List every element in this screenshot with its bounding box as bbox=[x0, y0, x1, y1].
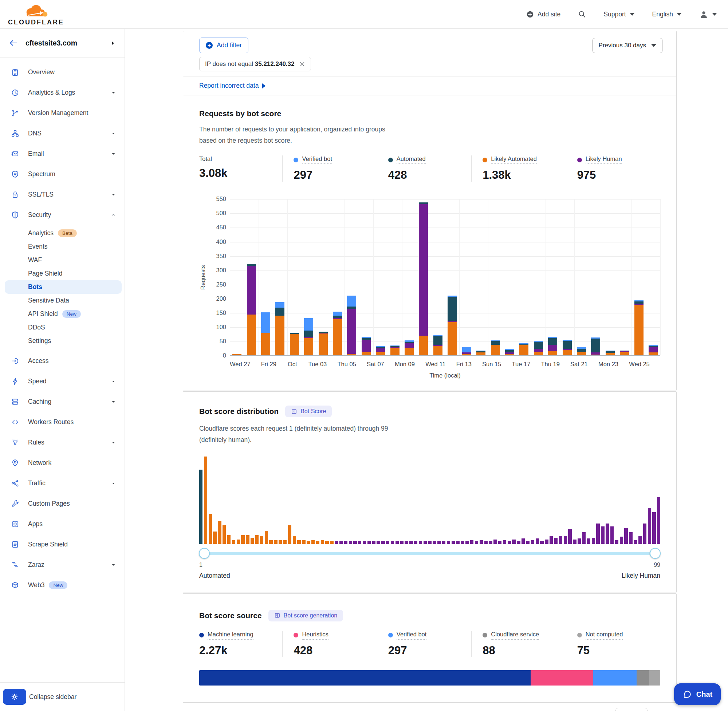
filter-chip[interactable]: IP does not equal 35.212.240.32 bbox=[199, 57, 311, 71]
stat-value: 297 bbox=[294, 168, 371, 181]
bot-score-badge[interactable]: Bot Score bbox=[285, 406, 332, 417]
requests-chart: Requests 0501001502002503003504004505005… bbox=[199, 199, 660, 356]
sidebar-item-apps[interactable]: Apps bbox=[0, 514, 124, 534]
score-bar-92 bbox=[624, 528, 628, 544]
report-incorrect-data-link[interactable]: Report incorrect data bbox=[183, 76, 676, 95]
source-stat-machine-learning: Machine learning2.27k bbox=[199, 631, 282, 657]
collapse-sidebar-button[interactable]: Collapse sidebar bbox=[29, 693, 77, 701]
sidebar-item-settings[interactable]: Settings bbox=[0, 334, 124, 348]
partial-scroll-widget[interactable] bbox=[616, 708, 648, 711]
stat-label[interactable]: Not computed bbox=[586, 631, 623, 640]
sidebar-item-ssl-tls[interactable]: SSL/TLS bbox=[0, 184, 124, 205]
section-title: Requests by bot score bbox=[199, 109, 660, 118]
sidebar-item-bots[interactable]: Bots bbox=[5, 280, 122, 294]
slider-min-value: 1 bbox=[199, 562, 202, 568]
sidebar-item-traffic[interactable]: Traffic bbox=[0, 473, 124, 493]
sidebar-item-rules[interactable]: Rules bbox=[0, 432, 124, 453]
add-filter-button[interactable]: + Add filter bbox=[199, 37, 248, 53]
slider-handle-min[interactable] bbox=[199, 548, 210, 559]
stat-label[interactable]: Machine learning bbox=[208, 631, 254, 640]
score-bar-75 bbox=[545, 540, 548, 544]
x-tick-label bbox=[619, 361, 629, 368]
stat-label[interactable]: Automated bbox=[397, 155, 426, 164]
spectrum-icon bbox=[11, 170, 19, 178]
score-bar-58 bbox=[465, 541, 469, 544]
stat-label[interactable]: Likely Automated bbox=[491, 155, 537, 164]
stat-label[interactable]: Verified bot bbox=[397, 631, 427, 640]
x-tick-label bbox=[650, 361, 660, 368]
sidebar-item-spectrum[interactable]: Spectrum bbox=[0, 164, 124, 184]
sidebar-item-scrape-shield[interactable]: Scrape Shield bbox=[0, 534, 124, 555]
sidebar-item-waf[interactable]: WAF bbox=[0, 254, 124, 267]
chat-button[interactable]: Chat bbox=[674, 683, 721, 705]
chevron-down-icon bbox=[111, 399, 116, 404]
sidebar-item-email[interactable]: Email bbox=[0, 143, 124, 164]
score-bar-47 bbox=[414, 541, 417, 544]
date-range-dropdown[interactable]: Previous 30 days bbox=[592, 38, 663, 53]
slider-handle-max[interactable] bbox=[650, 548, 661, 559]
source-segment-verified-bot bbox=[593, 670, 636, 686]
sidebar-item-speed[interactable]: Speed bbox=[0, 371, 124, 391]
x-tick-label bbox=[384, 361, 395, 368]
sidebar-item-network[interactable]: Network bbox=[0, 453, 124, 473]
sidebar-item-sensitive-data[interactable]: Sensitive Data bbox=[0, 294, 124, 307]
sidebar-item-zaraz[interactable]: Zaraz bbox=[0, 555, 124, 575]
sidebar-item-overview[interactable]: Overview bbox=[0, 62, 124, 82]
stat-label[interactable]: Heuristics bbox=[302, 631, 328, 640]
sidebar-item-page-shield[interactable]: Page Shield bbox=[0, 267, 124, 280]
requests-bar-6 bbox=[304, 318, 313, 356]
score-bar-81 bbox=[573, 540, 576, 544]
sidebar-item-dns[interactable]: DNS bbox=[0, 123, 124, 143]
stat-label[interactable]: Verified bot bbox=[302, 155, 332, 164]
score-bar-11 bbox=[246, 535, 249, 544]
sidebar-item-ddos[interactable]: DDoS bbox=[0, 321, 124, 334]
legend-dot bbox=[388, 633, 393, 637]
stat-label[interactable]: Likely Human bbox=[586, 155, 622, 164]
sidebar-item-access[interactable]: Access bbox=[0, 351, 124, 371]
close-icon[interactable] bbox=[299, 61, 305, 67]
sidebar-item-version-management[interactable]: Version Management bbox=[0, 103, 124, 123]
sidebar-item-custom-pages[interactable]: Custom Pages bbox=[0, 493, 124, 514]
x-axis-labels: Wed 27Fri 29OctTue 03Thu 05Sat 07Mon 09W… bbox=[199, 361, 660, 368]
bot-score-generation-badge[interactable]: Bot score generation bbox=[269, 610, 343, 621]
sidebar-item-analytics[interactable]: AnalyticsBeta bbox=[0, 226, 124, 240]
bolt-icon bbox=[11, 377, 19, 385]
score-bar-68 bbox=[512, 540, 515, 544]
support-menu[interactable]: Support bbox=[604, 10, 634, 18]
distribution-card: Bot score distribution Bot Score Cloudfl… bbox=[183, 391, 677, 592]
account-menu[interactable] bbox=[699, 10, 717, 19]
language-menu[interactable]: English bbox=[652, 10, 682, 18]
stat-label[interactable]: Cloudflare service bbox=[491, 631, 539, 640]
sidebar-item-caching[interactable]: Caching bbox=[0, 391, 124, 412]
chevron-down-icon bbox=[111, 152, 116, 156]
score-bar-42 bbox=[391, 541, 394, 544]
score-bar-22 bbox=[297, 540, 300, 544]
add-site-button[interactable]: Add site bbox=[526, 10, 561, 18]
requests-bar-23 bbox=[548, 337, 557, 356]
chevron-down-icon bbox=[630, 13, 635, 16]
score-bar-53 bbox=[442, 541, 445, 544]
sidebar-item-web3[interactable]: Web3New bbox=[0, 575, 124, 595]
sidebar-item-analytics-logs[interactable]: Analytics & Logs bbox=[0, 82, 124, 103]
sidebar-item-api-shield[interactable]: API ShieldNew bbox=[0, 307, 124, 321]
score-bar-31 bbox=[340, 541, 343, 544]
legend-dot bbox=[199, 633, 204, 637]
caret-right-icon[interactable] bbox=[110, 40, 116, 46]
score-bar-57 bbox=[461, 541, 464, 544]
sidebar-item-security[interactable]: Security bbox=[0, 205, 124, 225]
x-tick-label: Thu 05 bbox=[337, 361, 356, 368]
sidebar-item-events[interactable]: Events bbox=[0, 240, 124, 254]
sidebar-item-workers-routes[interactable]: Workers Routes bbox=[0, 412, 124, 432]
site-selector[interactable]: cftestsite3.com bbox=[0, 29, 124, 58]
cloudflare-logo[interactable]: CLOUDFLARE bbox=[8, 3, 64, 26]
search-button[interactable] bbox=[578, 10, 586, 18]
x-tick-label bbox=[472, 361, 482, 368]
settings-gear-button[interactable] bbox=[3, 689, 26, 705]
chevron-down-icon bbox=[651, 44, 656, 47]
score-range-slider[interactable] bbox=[201, 552, 659, 555]
back-arrow-icon[interactable] bbox=[9, 38, 18, 48]
score-bar-98 bbox=[652, 512, 656, 544]
x-tick-label: Fri 29 bbox=[261, 361, 276, 368]
score-bar-86 bbox=[596, 524, 600, 544]
stat-value: 88 bbox=[483, 644, 560, 657]
